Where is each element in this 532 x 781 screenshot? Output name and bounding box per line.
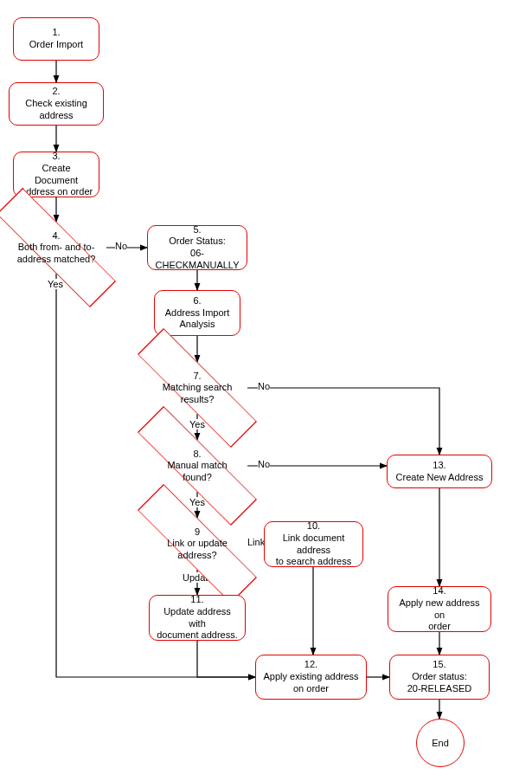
node-label: Update address with [155, 606, 240, 630]
node-label: Analysis [180, 319, 215, 331]
node-number: 10. [307, 520, 320, 532]
node-number: 9 [195, 526, 200, 538]
node-9-link-or-update: 9 Link or update address? [145, 518, 249, 570]
node-number: 14. [433, 585, 445, 597]
edge-label-yes-7: Yes [189, 419, 205, 429]
node-label: address? [177, 550, 216, 561]
node-label: Order Import [29, 39, 83, 51]
node-label: Order Status: [169, 236, 225, 248]
edge-label-yes-8: Yes [189, 497, 205, 507]
node-number: 15. [433, 659, 445, 671]
node-number: 1. [52, 27, 60, 39]
node-12-apply-existing: 12. Apply existing address on order [255, 655, 367, 700]
node-label: 20-RELEASED [407, 683, 472, 695]
node-number: 6. [193, 295, 201, 307]
node-10-link-doc-address: 10. Link document address to search addr… [264, 521, 363, 567]
edge-label-no-4: No [115, 241, 127, 251]
node-label: Apply existing address [263, 671, 358, 683]
flowchart-canvas: No Yes No Yes No Yes Link Update 1. Orde… [0, 0, 532, 781]
node-label: Order status: [412, 671, 467, 683]
node-number: 13. [433, 460, 445, 472]
node-number: 2. [52, 86, 60, 98]
node-label: Create Document [19, 163, 93, 187]
node-number: 5. [193, 224, 201, 236]
node-label: Link document address [270, 532, 357, 557]
node-label: Check existing address [15, 98, 98, 122]
node-label: Link or update [167, 538, 228, 549]
node-4-both-matched: 4. Both from- and to- address matched? [4, 222, 108, 274]
node-label: Create New Address [396, 472, 484, 484]
edge-label-no-7: No [258, 381, 270, 391]
node-label: address matched? [17, 254, 96, 265]
node-7-matching-results: 7. Matching search results? [145, 362, 249, 414]
node-number: 11. [190, 594, 203, 606]
edge-label-link: Link [247, 537, 265, 547]
node-label: results? [181, 394, 215, 405]
node-2-check-address: 2. Check existing address [9, 82, 104, 126]
node-1-order-import: 1. Order Import [13, 17, 99, 61]
node-number: 12. [304, 659, 317, 671]
node-number: 7. [193, 371, 201, 382]
node-13-create-new-address: 13. Create New Address [387, 455, 492, 488]
node-label: Apply new address on [394, 597, 485, 622]
node-label: document address. [157, 629, 238, 642]
node-6-address-import-analysis: 6. Address Import Analysis [154, 290, 240, 336]
node-label: End [432, 738, 449, 748]
node-label: found? [183, 472, 212, 483]
node-label: Both from- and to- [18, 242, 95, 253]
edge-label-yes-4: Yes [48, 279, 63, 289]
node-5-order-status-check: 5. Order Status: 06-CHECKMANUALLY [147, 225, 247, 270]
node-label: on order [293, 683, 329, 695]
node-label: Manual match [167, 460, 227, 471]
node-label: Matching search [163, 382, 233, 393]
node-15-order-status-released: 15. Order status: 20-RELEASED [389, 655, 490, 700]
node-number: 8. [193, 449, 201, 460]
node-label: Address Import [165, 307, 230, 320]
node-label: order [428, 621, 451, 633]
node-14-apply-new-address: 14. Apply new address on order [388, 586, 491, 632]
node-end: End [416, 719, 465, 767]
node-8-manual-match: 8. Manual match found? [145, 440, 249, 492]
node-number: 4. [52, 230, 60, 242]
node-11-update-address: 11. Update address with document address… [149, 595, 246, 641]
node-label: to search address [276, 556, 351, 568]
node-label: 06-CHECKMANUALLY [153, 248, 241, 272]
node-number: 3. [52, 151, 60, 163]
edge-label-no-8: No [258, 459, 270, 469]
